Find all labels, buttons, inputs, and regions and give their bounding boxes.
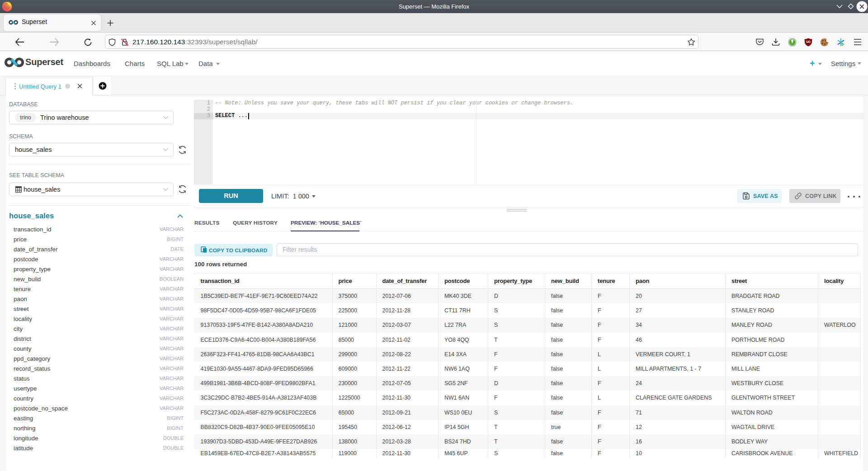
svg-text:UO: UO [806,40,811,43]
